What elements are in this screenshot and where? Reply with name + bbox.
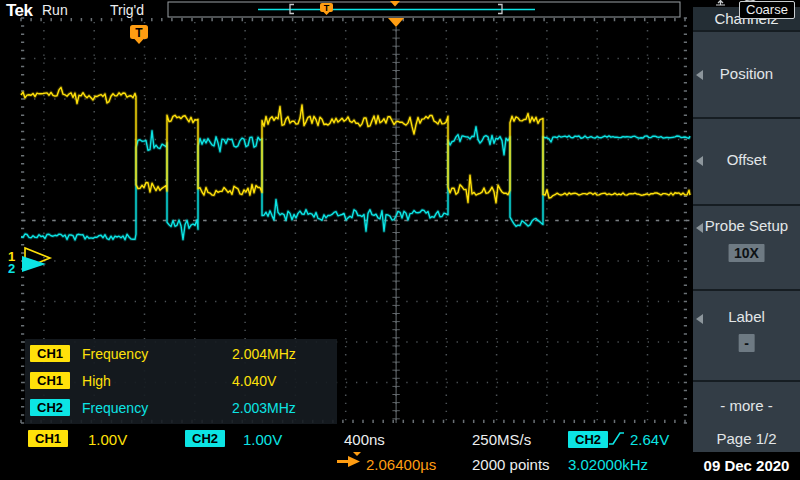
menu-item-label: Probe Setup — [693, 217, 800, 234]
channel-markers: 12 — [8, 248, 50, 276]
horizontal-delay: 2.06400µs — [366, 456, 436, 473]
acquisition-status: Run — [42, 2, 68, 18]
date-display: 09 Dec 2020 — [693, 457, 800, 474]
sample-rate: 250MS/s — [472, 431, 531, 448]
menu-item-label: Offset — [693, 151, 800, 168]
menu-page-indicator: Page 1/2 — [693, 430, 800, 447]
trigger-source-badge: CH2 — [568, 430, 608, 448]
ch2-scale: 1.00V — [243, 431, 282, 448]
ch1-trace — [21, 87, 690, 202]
measurement-name: High — [82, 373, 232, 389]
menu-item-more[interactable]: - more - Page 1/2 — [693, 380, 800, 462]
knob-mode-indicator: Coarse — [739, 1, 795, 19]
channel-badge: CH1 — [30, 372, 70, 389]
svg-text:T: T — [324, 3, 330, 13]
measurement-row: CH2 Frequency 2.003MHz — [30, 398, 296, 417]
trigger-level: 2.64V — [630, 431, 669, 448]
trigger-position-markers: T — [130, 18, 404, 44]
menu-item-label: - more - — [693, 397, 800, 414]
svg-text:T: T — [135, 26, 143, 40]
record-length: 2000 points — [472, 456, 550, 473]
delay-arrow-icon — [336, 452, 364, 470]
trigger-status: Trig'd — [110, 2, 144, 18]
ch1-scale: 1.00V — [88, 431, 127, 448]
channel-badge: CH2 — [30, 399, 70, 416]
measurement-row: CH1 High 4.040V — [30, 371, 276, 390]
menu-item-position[interactable]: Position — [693, 30, 800, 117]
measurement-name: Frequency — [82, 400, 232, 416]
menu-item-label: Position — [693, 65, 800, 82]
probe-attenuation-value[interactable]: 10X — [728, 244, 765, 262]
menu-item-label: Label — [693, 308, 800, 325]
ch2-readout-badge: CH2 — [185, 429, 225, 447]
acquisition-preview-bar: T — [168, 1, 680, 17]
trigger-frequency: 3.02000kHz — [568, 456, 648, 473]
menu-item-probe-setup[interactable]: Probe Setup 10X — [693, 204, 800, 289]
side-menu: Channel2 Position Offset Probe Setup 10X… — [693, 7, 800, 452]
menu-item-offset[interactable]: Offset — [693, 117, 800, 204]
channel-badge: CH1 — [30, 345, 70, 362]
measurement-value: 2.003MHz — [232, 400, 296, 416]
measurement-value: 2.004MHz — [232, 346, 296, 362]
rising-edge-icon — [608, 430, 626, 448]
measurement-value: 4.040V — [232, 373, 276, 389]
channel-label-value[interactable]: - — [738, 334, 755, 352]
svg-text:2: 2 — [8, 261, 15, 276]
oscilloscope-screen: { "colors": { "ch1_yellow": "#ffe10a", "… — [0, 0, 800, 480]
tek-logo: Tek — [6, 1, 33, 21]
ch1-readout-badge: CH1 — [28, 429, 68, 447]
menu-item-label[interactable]: Label - — [693, 289, 800, 380]
measurement-box: CH1 Frequency 2.004MHz CH1 High 4.040V C… — [25, 339, 337, 424]
horizontal-scale: 400ns — [344, 431, 385, 448]
measurement-row: CH1 Frequency 2.004MHz — [30, 344, 296, 363]
ch2-trace — [21, 127, 690, 240]
measurement-name: Frequency — [82, 346, 232, 362]
